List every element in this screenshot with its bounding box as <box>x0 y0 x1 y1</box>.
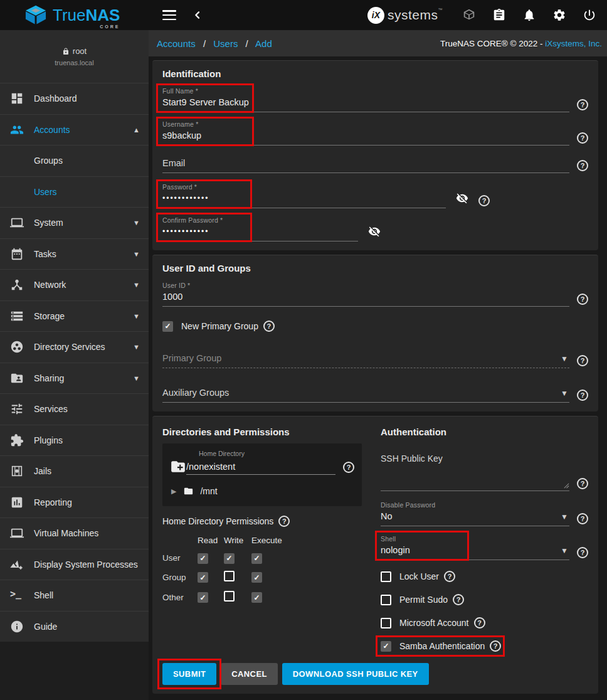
email-field[interactable]: Email <box>162 156 569 173</box>
sidebar: root truenas.local Dashboard Accounts ▲ … <box>0 30 149 700</box>
email-placeholder: Email <box>162 158 569 169</box>
help-icon[interactable]: ? <box>577 513 588 524</box>
samba-authentication-checkbox[interactable]: ✓ <box>381 641 391 652</box>
lock-user-checkbox[interactable] <box>381 571 391 582</box>
folder-icon <box>182 486 194 496</box>
sidebar-item-plugins[interactable]: Plugins <box>0 425 149 456</box>
tasks-clipboard-icon[interactable] <box>492 8 507 23</box>
sidebar-item-groups[interactable]: Groups <box>0 145 149 176</box>
chevron-down-icon[interactable]: ▼ <box>561 389 568 398</box>
cancel-button[interactable]: CANCEL <box>221 663 278 685</box>
help-icon[interactable]: ? <box>490 640 501 652</box>
settings-gear-icon[interactable] <box>552 8 567 23</box>
perm-checkbox-user-write[interactable]: ✓ <box>224 553 235 564</box>
power-icon[interactable] <box>582 8 597 23</box>
sidebar-item-services[interactable]: Services <box>0 393 149 425</box>
perm-checkbox-group-write[interactable] <box>224 571 235 581</box>
breadcrumb-accounts[interactable]: Accounts <box>157 38 196 49</box>
perm-checkbox-user-execute[interactable]: ✓ <box>251 553 262 564</box>
perm-row-other: Other <box>162 593 198 602</box>
menu-icon[interactable] <box>162 10 176 20</box>
help-icon[interactable]: ? <box>453 594 464 605</box>
user-id-field[interactable]: User ID * 1000 <box>162 282 569 307</box>
eye-off-icon[interactable] <box>367 225 383 239</box>
sidebar-item-directory-services[interactable]: Directory Services ▼ <box>0 331 149 363</box>
sidebar-item-users[interactable]: Users <box>0 176 149 208</box>
notifications-bell-icon[interactable] <box>522 8 537 23</box>
sidebar-item-dashboard[interactable]: Dashboard <box>0 83 149 114</box>
primary-group-select: Primary Group ▼ <box>162 351 569 368</box>
sidebar-item-sharing[interactable]: Sharing ▼ <box>0 363 149 394</box>
permit-sudo-checkbox[interactable] <box>381 595 391 605</box>
perm-checkbox-other-execute[interactable]: ✓ <box>251 592 262 603</box>
truenas-logo[interactable]: TrueNAS CORE <box>24 4 120 26</box>
sidebar-item-jails[interactable]: Jails <box>0 455 149 487</box>
help-icon[interactable]: ? <box>577 99 588 110</box>
directories-column: Directories and Permissions Home Directo… <box>162 427 362 653</box>
submit-button[interactable]: SUBMIT <box>162 663 216 685</box>
logged-in-user: root <box>73 46 87 56</box>
perm-checkbox-group-read[interactable]: ✓ <box>198 572 208 583</box>
sidebar-item-system[interactable]: System ▼ <box>0 207 149 238</box>
sidebar-item-tasks[interactable]: Tasks ▼ <box>0 238 149 270</box>
sidebar-item-virtual-machines[interactable]: Virtual Machines <box>0 517 149 549</box>
help-icon[interactable]: ? <box>474 617 485 628</box>
help-icon[interactable]: ? <box>444 571 455 582</box>
username-field[interactable]: Username * s9backup <box>162 120 569 146</box>
home-directory-field[interactable]: /nonexistent <box>186 462 335 475</box>
chevron-down-icon[interactable]: ▼ <box>561 546 568 555</box>
breadcrumb-add[interactable]: Add <box>255 38 272 49</box>
help-icon[interactable]: ? <box>577 478 588 489</box>
sidebar-item-shell[interactable]: >_ Shell <box>0 580 149 611</box>
folder-add-icon[interactable] <box>169 459 187 475</box>
auxiliary-groups-select[interactable]: Auxiliary Groups ▼ <box>162 385 569 403</box>
tree-item-mnt[interactable]: ▶ /mnt <box>171 486 354 496</box>
disable-password-select[interactable]: Disable Password No ▼ <box>381 501 569 526</box>
perm-checkbox-group-execute[interactable]: ✓ <box>251 572 262 583</box>
help-icon[interactable]: ? <box>263 321 275 332</box>
chevron-down-icon[interactable]: ▼ <box>561 512 568 521</box>
chevron-left-icon[interactable] <box>193 10 203 20</box>
sidebar-item-guide[interactable]: Guide <box>0 611 149 642</box>
help-icon[interactable]: ? <box>577 160 588 171</box>
confirm-password-field[interactable]: Confirm Password * •••••••••••• <box>162 216 358 241</box>
resize-handle-icon[interactable] <box>564 483 569 489</box>
help-icon[interactable]: ? <box>577 294 588 305</box>
accounts-people-icon <box>10 123 24 137</box>
help-icon[interactable]: ? <box>577 547 588 558</box>
help-icon[interactable]: ? <box>577 355 588 366</box>
password-field[interactable]: Password * •••••••••••• <box>162 183 446 208</box>
perm-row-group: Group <box>162 573 198 582</box>
sidebar-item-reporting[interactable]: Reporting <box>0 487 149 518</box>
truecommand-cube-icon[interactable] <box>462 8 477 23</box>
perm-checkbox-user-read[interactable]: ✓ <box>198 553 208 564</box>
perm-col-read: Read <box>198 536 224 545</box>
perm-checkbox-other-write[interactable] <box>224 591 235 602</box>
help-icon[interactable]: ? <box>577 390 588 401</box>
shell-select[interactable]: Shell nologin ▼ <box>381 535 569 560</box>
help-icon[interactable]: ? <box>343 462 354 473</box>
full-name-field[interactable]: Full Name * Start9 Server Backup <box>162 87 569 112</box>
ixsystems-link[interactable]: iXsystems, Inc. <box>545 39 602 48</box>
samba-authentication-row: ✓Samba Authentication? <box>381 639 501 653</box>
sidebar-item-accounts[interactable]: Accounts ▲ <box>0 114 149 146</box>
home-directory-picker: Home Directory /nonexistent ? <box>162 443 362 506</box>
eye-off-icon[interactable] <box>455 192 471 206</box>
chevron-down-icon: ▼ <box>133 343 140 351</box>
sidebar-item-storage[interactable]: Storage ▼ <box>0 300 149 332</box>
help-icon[interactable]: ? <box>278 516 290 527</box>
new-primary-group-row: ✓ New Primary Group ? <box>162 321 588 332</box>
ssh-public-key-textarea[interactable] <box>381 465 569 491</box>
laptop-icon <box>10 216 24 230</box>
sidebar-item-network[interactable]: Network ▼ <box>0 269 149 300</box>
breadcrumb-users[interactable]: Users <box>213 38 238 49</box>
help-icon[interactable]: ? <box>478 195 490 206</box>
tree-expand-icon[interactable]: ▶ <box>171 487 176 496</box>
new-primary-group-checkbox[interactable]: ✓ <box>162 321 173 332</box>
download-ssh-key-button[interactable]: DOWNLOAD SSH PUBLIC KEY <box>282 663 429 685</box>
sidebar-item-display-system-processes[interactable]: Display System Processes <box>0 549 149 580</box>
help-icon[interactable]: ? <box>577 132 588 144</box>
user-panel: root truenas.local <box>0 30 149 83</box>
perm-checkbox-other-read[interactable]: ✓ <box>198 592 208 603</box>
microsoft-account-checkbox[interactable] <box>381 618 391 628</box>
